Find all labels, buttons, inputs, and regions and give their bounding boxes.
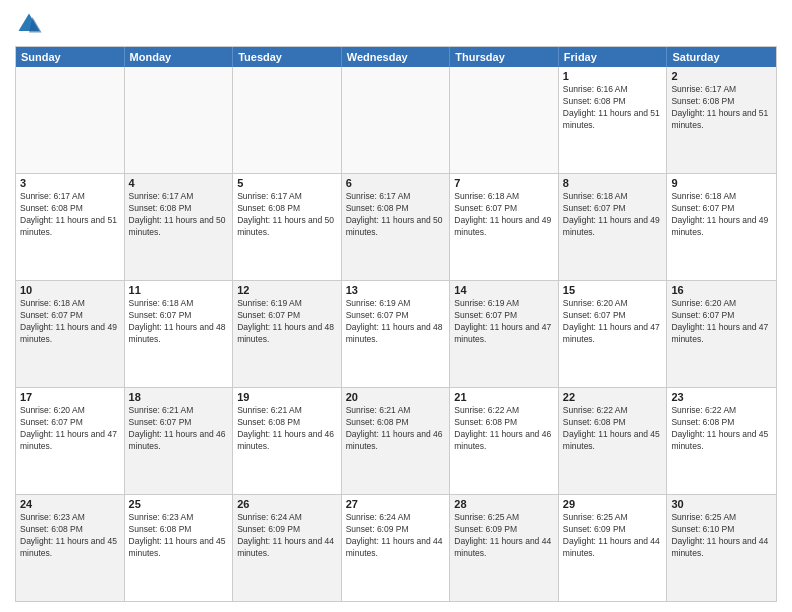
cell-info: Sunrise: 6:24 AM Sunset: 6:09 PM Dayligh… [346,512,446,560]
cal-cell-2-5: 15Sunrise: 6:20 AM Sunset: 6:07 PM Dayli… [559,281,668,387]
cell-info: Sunrise: 6:16 AM Sunset: 6:08 PM Dayligh… [563,84,663,132]
day-number: 2 [671,70,772,82]
week-row-2: 10Sunrise: 6:18 AM Sunset: 6:07 PM Dayli… [16,281,776,388]
cal-cell-3-4: 21Sunrise: 6:22 AM Sunset: 6:08 PM Dayli… [450,388,559,494]
cal-cell-3-3: 20Sunrise: 6:21 AM Sunset: 6:08 PM Dayli… [342,388,451,494]
header-day-saturday: Saturday [667,47,776,67]
cell-info: Sunrise: 6:19 AM Sunset: 6:07 PM Dayligh… [237,298,337,346]
cal-cell-2-0: 10Sunrise: 6:18 AM Sunset: 6:07 PM Dayli… [16,281,125,387]
cal-cell-0-5: 1Sunrise: 6:16 AM Sunset: 6:08 PM Daylig… [559,67,668,173]
cell-info: Sunrise: 6:18 AM Sunset: 6:07 PM Dayligh… [454,191,554,239]
cell-info: Sunrise: 6:17 AM Sunset: 6:08 PM Dayligh… [129,191,229,239]
cell-info: Sunrise: 6:17 AM Sunset: 6:08 PM Dayligh… [237,191,337,239]
cell-info: Sunrise: 6:23 AM Sunset: 6:08 PM Dayligh… [129,512,229,560]
cell-info: Sunrise: 6:23 AM Sunset: 6:08 PM Dayligh… [20,512,120,560]
logo [15,10,47,38]
cell-info: Sunrise: 6:19 AM Sunset: 6:07 PM Dayligh… [454,298,554,346]
day-number: 11 [129,284,229,296]
day-number: 12 [237,284,337,296]
cell-info: Sunrise: 6:20 AM Sunset: 6:07 PM Dayligh… [563,298,663,346]
cal-cell-0-2 [233,67,342,173]
header-day-friday: Friday [559,47,668,67]
cal-cell-4-3: 27Sunrise: 6:24 AM Sunset: 6:09 PM Dayli… [342,495,451,601]
week-row-3: 17Sunrise: 6:20 AM Sunset: 6:07 PM Dayli… [16,388,776,495]
cell-info: Sunrise: 6:19 AM Sunset: 6:07 PM Dayligh… [346,298,446,346]
day-number: 15 [563,284,663,296]
cell-info: Sunrise: 6:22 AM Sunset: 6:08 PM Dayligh… [454,405,554,453]
day-number: 18 [129,391,229,403]
day-number: 30 [671,498,772,510]
day-number: 17 [20,391,120,403]
cal-cell-4-0: 24Sunrise: 6:23 AM Sunset: 6:08 PM Dayli… [16,495,125,601]
calendar-header: SundayMondayTuesdayWednesdayThursdayFrid… [16,47,776,67]
cal-cell-1-1: 4Sunrise: 6:17 AM Sunset: 6:08 PM Daylig… [125,174,234,280]
week-row-4: 24Sunrise: 6:23 AM Sunset: 6:08 PM Dayli… [16,495,776,601]
day-number: 4 [129,177,229,189]
cal-cell-2-1: 11Sunrise: 6:18 AM Sunset: 6:07 PM Dayli… [125,281,234,387]
cell-info: Sunrise: 6:17 AM Sunset: 6:08 PM Dayligh… [671,84,772,132]
cell-info: Sunrise: 6:17 AM Sunset: 6:08 PM Dayligh… [20,191,120,239]
day-number: 19 [237,391,337,403]
day-number: 26 [237,498,337,510]
header-day-sunday: Sunday [16,47,125,67]
cell-info: Sunrise: 6:20 AM Sunset: 6:07 PM Dayligh… [20,405,120,453]
cal-cell-4-1: 25Sunrise: 6:23 AM Sunset: 6:08 PM Dayli… [125,495,234,601]
cal-cell-3-0: 17Sunrise: 6:20 AM Sunset: 6:07 PM Dayli… [16,388,125,494]
page: SundayMondayTuesdayWednesdayThursdayFrid… [0,0,792,612]
day-number: 3 [20,177,120,189]
week-row-1: 3Sunrise: 6:17 AM Sunset: 6:08 PM Daylig… [16,174,776,281]
cal-cell-1-5: 8Sunrise: 6:18 AM Sunset: 6:07 PM Daylig… [559,174,668,280]
header [15,10,777,38]
cal-cell-3-2: 19Sunrise: 6:21 AM Sunset: 6:08 PM Dayli… [233,388,342,494]
day-number: 29 [563,498,663,510]
cal-cell-1-6: 9Sunrise: 6:18 AM Sunset: 6:07 PM Daylig… [667,174,776,280]
cal-cell-0-4 [450,67,559,173]
cell-info: Sunrise: 6:21 AM Sunset: 6:08 PM Dayligh… [237,405,337,453]
cal-cell-2-6: 16Sunrise: 6:20 AM Sunset: 6:07 PM Dayli… [667,281,776,387]
cell-info: Sunrise: 6:18 AM Sunset: 6:07 PM Dayligh… [20,298,120,346]
day-number: 24 [20,498,120,510]
cell-info: Sunrise: 6:17 AM Sunset: 6:08 PM Dayligh… [346,191,446,239]
cell-info: Sunrise: 6:25 AM Sunset: 6:10 PM Dayligh… [671,512,772,560]
cal-cell-2-4: 14Sunrise: 6:19 AM Sunset: 6:07 PM Dayli… [450,281,559,387]
header-day-monday: Monday [125,47,234,67]
cal-cell-0-1 [125,67,234,173]
day-number: 25 [129,498,229,510]
day-number: 22 [563,391,663,403]
cell-info: Sunrise: 6:22 AM Sunset: 6:08 PM Dayligh… [563,405,663,453]
cal-cell-0-3 [342,67,451,173]
cal-cell-1-4: 7Sunrise: 6:18 AM Sunset: 6:07 PM Daylig… [450,174,559,280]
cal-cell-1-2: 5Sunrise: 6:17 AM Sunset: 6:08 PM Daylig… [233,174,342,280]
day-number: 10 [20,284,120,296]
cal-cell-4-4: 28Sunrise: 6:25 AM Sunset: 6:09 PM Dayli… [450,495,559,601]
header-day-thursday: Thursday [450,47,559,67]
week-row-0: 1Sunrise: 6:16 AM Sunset: 6:08 PM Daylig… [16,67,776,174]
header-day-wednesday: Wednesday [342,47,451,67]
calendar-body: 1Sunrise: 6:16 AM Sunset: 6:08 PM Daylig… [16,67,776,601]
cell-info: Sunrise: 6:18 AM Sunset: 6:07 PM Dayligh… [563,191,663,239]
cell-info: Sunrise: 6:21 AM Sunset: 6:07 PM Dayligh… [129,405,229,453]
day-number: 21 [454,391,554,403]
logo-icon [15,10,43,38]
cell-info: Sunrise: 6:25 AM Sunset: 6:09 PM Dayligh… [563,512,663,560]
day-number: 14 [454,284,554,296]
cal-cell-0-0 [16,67,125,173]
day-number: 16 [671,284,772,296]
cal-cell-1-3: 6Sunrise: 6:17 AM Sunset: 6:08 PM Daylig… [342,174,451,280]
cell-info: Sunrise: 6:25 AM Sunset: 6:09 PM Dayligh… [454,512,554,560]
day-number: 13 [346,284,446,296]
cal-cell-2-2: 12Sunrise: 6:19 AM Sunset: 6:07 PM Dayli… [233,281,342,387]
cal-cell-3-5: 22Sunrise: 6:22 AM Sunset: 6:08 PM Dayli… [559,388,668,494]
cell-info: Sunrise: 6:21 AM Sunset: 6:08 PM Dayligh… [346,405,446,453]
day-number: 5 [237,177,337,189]
day-number: 7 [454,177,554,189]
day-number: 9 [671,177,772,189]
header-day-tuesday: Tuesday [233,47,342,67]
day-number: 27 [346,498,446,510]
day-number: 1 [563,70,663,82]
cal-cell-1-0: 3Sunrise: 6:17 AM Sunset: 6:08 PM Daylig… [16,174,125,280]
cell-info: Sunrise: 6:22 AM Sunset: 6:08 PM Dayligh… [671,405,772,453]
day-number: 28 [454,498,554,510]
cal-cell-4-6: 30Sunrise: 6:25 AM Sunset: 6:10 PM Dayli… [667,495,776,601]
cal-cell-4-2: 26Sunrise: 6:24 AM Sunset: 6:09 PM Dayli… [233,495,342,601]
